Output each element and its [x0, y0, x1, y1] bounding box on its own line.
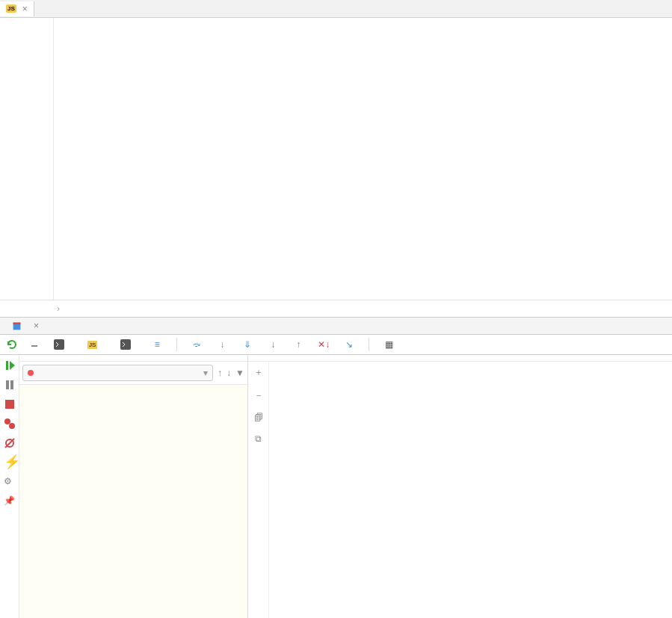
code-editor[interactable]: [0, 18, 672, 300]
thread-selector[interactable]: ▾: [22, 365, 213, 381]
chevron-right-icon: ›: [57, 303, 60, 314]
svg-rect-6: [10, 380, 13, 389]
variables-tree[interactable]: [269, 362, 672, 618]
tab-console[interactable]: [51, 338, 71, 351]
frames-list[interactable]: [19, 385, 247, 618]
svg-rect-7: [5, 400, 14, 409]
debug-side-actions: ⚡ ⚙ 📌: [0, 355, 19, 618]
console-icon: [54, 339, 64, 350]
breadcrumb[interactable]: ›: [0, 300, 672, 318]
filter-icon[interactable]: ▼: [235, 368, 244, 378]
debug-bar: ×: [0, 318, 672, 335]
pause-icon[interactable]: [4, 379, 16, 391]
step-into-icon[interactable]: ↓: [216, 339, 228, 350]
tab-bar: JS ×: [0, 0, 672, 18]
close-icon[interactable]: ×: [34, 321, 39, 331]
resume-icon[interactable]: [4, 359, 16, 371]
view-breakpoints-icon[interactable]: [4, 418, 16, 430]
remove-watch-icon[interactable]: －: [254, 389, 263, 402]
pin-icon[interactable]: 📌: [4, 495, 16, 507]
step-out-icon[interactable]: ↑: [292, 339, 304, 350]
svg-rect-3: [120, 339, 131, 350]
run-to-cursor-icon[interactable]: ↘: [343, 339, 355, 350]
frame-up-icon[interactable]: ↑: [218, 368, 222, 378]
drop-frame-icon[interactable]: ✕↓: [318, 339, 330, 350]
svg-rect-4: [6, 361, 8, 370]
rerun-icon[interactable]: [6, 339, 18, 350]
copy-icon[interactable]: 🗐: [254, 412, 263, 423]
evaluate-expression-icon[interactable]: ▦: [383, 339, 395, 350]
pause-on-exceptions-icon[interactable]: ⚡: [4, 457, 16, 469]
svg-rect-2: [54, 339, 64, 350]
frames-panel: ▾ ↑ ↓ ▼: [19, 355, 248, 618]
frames-header: [19, 355, 247, 362]
smart-step-into-icon[interactable]: ↓: [267, 339, 279, 350]
svg-point-8: [4, 418, 10, 424]
thread-dot-icon: [28, 370, 34, 376]
svg-rect-1: [13, 322, 21, 324]
variables-controls: ＋ － 🗐 ⧉: [248, 362, 269, 618]
step-over-icon[interactable]: ⤼: [191, 339, 203, 350]
tab-debugger[interactable]: [31, 342, 37, 347]
file-tab[interactable]: JS ×: [0, 1, 34, 16]
js-file-icon: JS: [6, 4, 16, 13]
variables-panel: ＋ － 🗐 ⧉: [248, 355, 672, 618]
svg-rect-5: [6, 380, 9, 389]
code-area[interactable]: [54, 18, 672, 300]
js-file-icon: JS: [87, 341, 97, 349]
tab-debugger-console[interactable]: [117, 338, 138, 351]
close-icon[interactable]: ×: [22, 4, 28, 14]
show-execution-point-icon[interactable]: ≡: [151, 339, 163, 350]
link-icon[interactable]: ⧉: [255, 433, 262, 444]
tab-scripts[interactable]: JS: [84, 339, 104, 350]
debug-toolbar: JS ≡ ⤼ ↓ ⇓ ↓ ↑ ✕↓ ↘ ▦: [0, 335, 672, 355]
add-watch-icon[interactable]: ＋: [254, 366, 263, 379]
debug-panels: ⚡ ⚙ 📌 ▾ ↑ ↓ ▼ ＋ － 🗐 ⧉: [0, 355, 672, 618]
chevron-down-icon[interactable]: ▾: [203, 368, 208, 378]
frames-toolbar: ▾ ↑ ↓ ▼: [19, 362, 247, 385]
stop-icon[interactable]: [4, 398, 16, 410]
console-icon: [120, 339, 131, 350]
svg-point-9: [9, 423, 15, 429]
mute-breakpoints-icon[interactable]: [4, 437, 16, 449]
variables-header: [248, 355, 672, 362]
frame-down-icon[interactable]: ↓: [226, 368, 231, 378]
force-step-into-icon[interactable]: ⇓: [241, 339, 253, 350]
settings-icon[interactable]: ⚙: [4, 476, 16, 488]
application-icon: [12, 321, 22, 331]
gutter: [0, 18, 54, 300]
